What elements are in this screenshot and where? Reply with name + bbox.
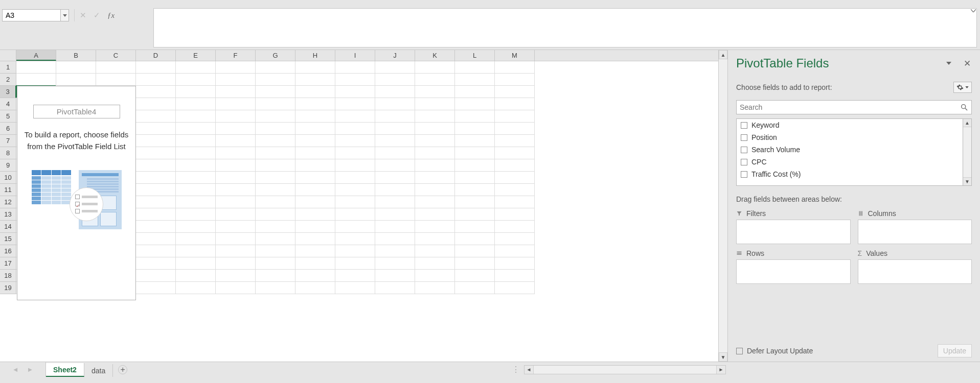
cell[interactable] (176, 61, 216, 74)
cell[interactable] (176, 208, 216, 221)
cell[interactable] (375, 208, 415, 221)
cell[interactable] (455, 74, 495, 86)
cell[interactable] (335, 208, 375, 221)
column-header[interactable]: M (495, 50, 535, 61)
vertical-scrollbar[interactable]: ▲ ▼ (718, 50, 727, 362)
row-header[interactable]: 5 (0, 110, 16, 123)
cell[interactable] (375, 184, 415, 196)
field-checkbox[interactable] (741, 171, 747, 178)
columns-area[interactable]: Columns (858, 209, 972, 244)
cell[interactable] (256, 208, 295, 221)
column-header[interactable]: G (256, 50, 295, 61)
column-header[interactable]: H (295, 50, 335, 61)
cell[interactable] (216, 282, 256, 294)
cell[interactable] (216, 61, 256, 74)
tools-dropdown[interactable] (953, 82, 972, 93)
column-header[interactable]: D (136, 50, 176, 61)
cell[interactable] (455, 110, 495, 123)
cell[interactable] (455, 98, 495, 110)
row-header[interactable]: 8 (0, 147, 16, 159)
cell[interactable] (256, 135, 295, 147)
scroll-down-button[interactable]: ▼ (719, 352, 727, 362)
cell[interactable] (136, 86, 176, 98)
cell[interactable] (176, 245, 216, 257)
cell[interactable] (415, 135, 455, 147)
cell[interactable] (375, 172, 415, 184)
cell[interactable] (455, 221, 495, 233)
cell[interactable] (295, 270, 335, 282)
row-header[interactable]: 6 (0, 123, 16, 135)
cell[interactable] (495, 123, 535, 135)
cell[interactable] (495, 233, 535, 245)
cell[interactable] (295, 208, 335, 221)
cell[interactable] (415, 233, 455, 245)
column-header[interactable]: K (415, 50, 455, 61)
cell[interactable] (216, 233, 256, 245)
cell[interactable] (495, 135, 535, 147)
spreadsheet-grid[interactable]: 12345678910111213141516171819 PivotTable… (0, 61, 718, 362)
cell[interactable] (455, 208, 495, 221)
cell[interactable] (216, 184, 256, 196)
row-header[interactable]: 11 (0, 184, 16, 196)
cell[interactable] (455, 196, 495, 208)
field-checkbox[interactable] (741, 122, 747, 129)
cell[interactable] (136, 221, 176, 233)
cell[interactable] (295, 147, 335, 159)
scroll-track[interactable] (534, 366, 716, 374)
scroll-left-button[interactable]: ◄ (525, 366, 534, 374)
cell[interactable] (335, 172, 375, 184)
cell[interactable] (495, 98, 535, 110)
values-dropzone[interactable] (858, 259, 972, 284)
cell[interactable] (415, 110, 455, 123)
cell[interactable] (335, 86, 375, 98)
cell[interactable] (96, 74, 136, 86)
scroll-down-button[interactable]: ▼ (963, 177, 971, 185)
cell[interactable] (375, 282, 415, 294)
cell[interactable] (375, 61, 415, 74)
cell[interactable] (495, 208, 535, 221)
cell[interactable] (136, 245, 176, 257)
scroll-track[interactable] (719, 59, 727, 352)
cell[interactable] (495, 270, 535, 282)
cell[interactable] (375, 147, 415, 159)
cell[interactable] (216, 159, 256, 172)
cell[interactable] (136, 282, 176, 294)
cell[interactable] (256, 282, 295, 294)
cell[interactable] (256, 123, 295, 135)
scroll-track[interactable] (963, 127, 971, 177)
expand-formula-bar-button[interactable] (971, 9, 976, 12)
cell[interactable] (176, 282, 216, 294)
cell[interactable] (176, 184, 216, 196)
cell[interactable] (295, 74, 335, 86)
cell[interactable] (136, 184, 176, 196)
scroll-right-button[interactable]: ► (716, 366, 725, 374)
cell[interactable] (455, 270, 495, 282)
name-box[interactable]: A3 (2, 9, 61, 21)
cell[interactable] (375, 270, 415, 282)
cell[interactable] (136, 208, 176, 221)
cell[interactable] (176, 159, 216, 172)
cell[interactable] (136, 147, 176, 159)
cell[interactable] (415, 245, 455, 257)
cell[interactable] (176, 172, 216, 184)
cell[interactable] (256, 74, 295, 86)
cell[interactable] (335, 245, 375, 257)
cell[interactable] (295, 221, 335, 233)
cell[interactable] (455, 86, 495, 98)
cell[interactable] (455, 147, 495, 159)
cell[interactable] (176, 135, 216, 147)
cell[interactable] (335, 123, 375, 135)
field-list[interactable]: KeywordPositionSearch VolumeCPCTraffic C… (736, 118, 963, 186)
cell[interactable] (495, 86, 535, 98)
cell[interactable] (136, 270, 176, 282)
column-header[interactable]: C (96, 50, 136, 61)
cell[interactable] (256, 184, 295, 196)
cell[interactable] (335, 282, 375, 294)
filters-dropzone[interactable] (736, 220, 851, 244)
column-header[interactable]: B (56, 50, 96, 61)
cell[interactable] (56, 74, 96, 86)
sheet-tab[interactable]: Sheet2 (46, 363, 84, 377)
row-header[interactable]: 2 (0, 74, 16, 86)
horizontal-scrollbar[interactable]: ◄ ► (524, 365, 726, 374)
pivottable-placeholder[interactable]: PivotTable4 To build a report, choose fi… (17, 86, 136, 300)
